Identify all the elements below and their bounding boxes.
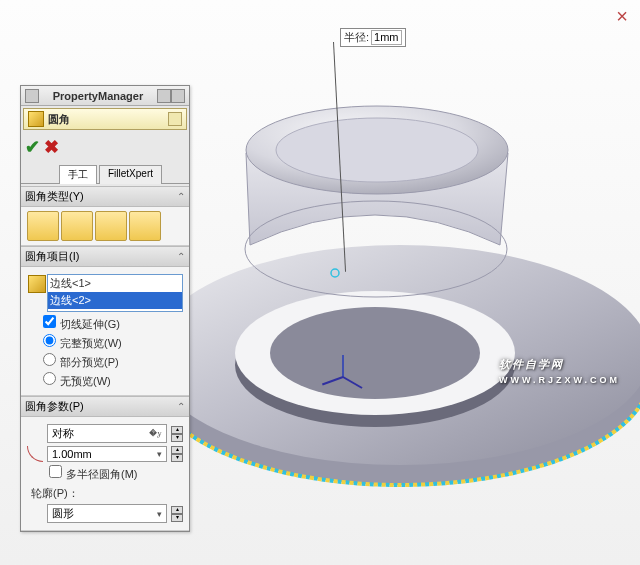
tab-filletxpert[interactable]: FilletXpert: [99, 165, 162, 184]
partial-preview-radio[interactable]: 部分预览(P): [43, 353, 183, 370]
profile-spinner[interactable]: ▴▾: [171, 506, 183, 522]
multi-radius-checkbox[interactable]: 多半径圆角(M): [49, 465, 183, 482]
chevron-down-icon: ▾: [157, 509, 162, 519]
pm-pin-icon[interactable]: [157, 89, 171, 103]
svg-point-4: [235, 303, 515, 427]
chevron-down-icon: ▾: [157, 449, 162, 459]
tangent-propagation-checkbox[interactable]: 切线延伸(G): [43, 315, 183, 332]
fillet-type-variable-icon[interactable]: [61, 211, 93, 241]
section-params-title: 圆角参数(P): [25, 399, 84, 414]
radius-callout[interactable]: 半径: 1mm: [340, 28, 406, 47]
section-items-body: 边线<1> 边线<2> 切线延伸(G) 完整预览(W) 部分预览(P) 无预览(…: [21, 267, 189, 396]
section-fillet-type-body: [21, 207, 189, 246]
svg-point-5: [235, 291, 515, 415]
fillet-type-face-icon[interactable]: [95, 211, 127, 241]
feature-name: 圆角: [48, 112, 70, 127]
symmetry-spinner[interactable]: ▴▾: [171, 426, 183, 442]
chevron-up-icon: ⌃: [177, 191, 185, 202]
edge-selection-list[interactable]: 边线<1> 边线<2>: [47, 274, 183, 312]
list-item[interactable]: 边线<2>: [48, 292, 182, 309]
section-fillet-type-header[interactable]: 圆角类型(Y) ⌃: [21, 186, 189, 207]
profile-label: 轮廓(P)：: [31, 486, 183, 501]
feature-title-bar: 圆角: [23, 108, 187, 130]
section-items-header[interactable]: 圆角项目(I) ⌃: [21, 246, 189, 267]
callout-value[interactable]: 1mm: [371, 30, 401, 45]
pm-title: PropertyManager: [39, 90, 157, 102]
chevron-up-icon: ⌃: [177, 401, 185, 412]
keep-visible-icon[interactable]: [168, 112, 182, 126]
no-preview-radio[interactable]: 无预览(W): [43, 372, 183, 389]
radius-input[interactable]: 1.00mm▾: [47, 446, 167, 462]
fillet-type-full-round-icon[interactable]: [129, 211, 161, 241]
profile-dropdown[interactable]: 圆形▾: [47, 504, 167, 523]
callout-leader: [333, 42, 346, 272]
section-params-header[interactable]: 圆角参数(P) ⌃: [21, 396, 189, 417]
svg-point-7: [246, 106, 508, 194]
section-fillet-type-title: 圆角类型(Y): [25, 189, 84, 204]
property-manager-panel: PropertyManager 圆角 ✔ ✖ 手工 FilletXpert 圆角…: [20, 85, 190, 532]
model-3d: [140, 35, 640, 555]
svg-point-8: [276, 118, 478, 182]
cancel-button[interactable]: ✖: [44, 136, 59, 158]
list-item[interactable]: 边线<1>: [48, 275, 182, 292]
svg-point-10: [331, 269, 339, 277]
chevron-up-icon: ⌃: [177, 251, 185, 262]
mode-tabs: 手工 FilletXpert: [21, 162, 189, 184]
fillet-type-constant-icon[interactable]: [27, 211, 59, 241]
svg-point-6: [270, 307, 480, 399]
full-preview-radio[interactable]: 完整预览(W): [43, 334, 183, 351]
radius-icon: [27, 446, 43, 462]
ok-button[interactable]: ✔: [25, 136, 40, 158]
close-icon[interactable]: ×: [616, 5, 628, 28]
symmetry-dropdown[interactable]: 对称�ỿ: [47, 424, 167, 443]
pm-help-icon[interactable]: [171, 89, 185, 103]
chevron-down-icon: �ỿ: [149, 428, 162, 439]
pm-left-icon[interactable]: [25, 89, 39, 103]
fillet-feature-icon: [28, 111, 44, 127]
selection-filter-icon[interactable]: [28, 275, 46, 293]
section-params-body: 对称�ỿ ▴▾ 1.00mm▾ ▴▾ 多半径圆角(M) 轮廓(P)： 圆形▾ ▴…: [21, 417, 189, 531]
callout-label: 半径:: [344, 30, 369, 45]
pm-header: PropertyManager: [21, 86, 189, 106]
section-items-title: 圆角项目(I): [25, 249, 79, 264]
svg-point-9: [245, 201, 507, 297]
radius-spinner[interactable]: ▴▾: [171, 446, 183, 462]
tab-manual[interactable]: 手工: [59, 165, 97, 184]
ok-cancel-row: ✔ ✖: [21, 132, 189, 162]
watermark: 软件自学网 WWW.RJZXW.COM: [499, 343, 620, 385]
